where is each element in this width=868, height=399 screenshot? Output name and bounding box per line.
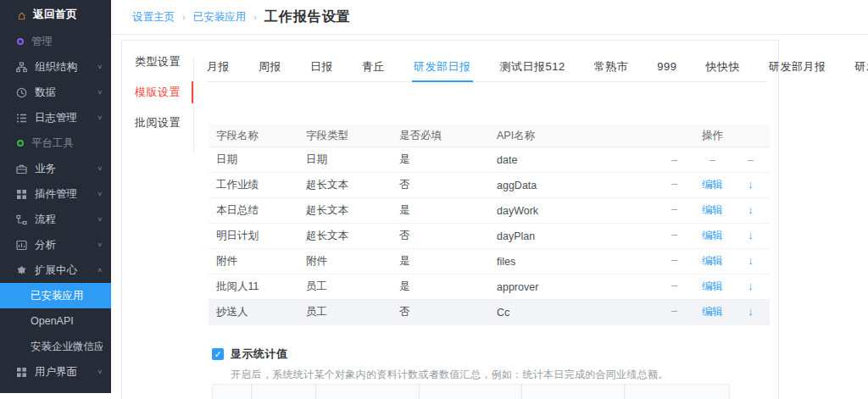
table-row: 本日总结 超长文本 是 dayWork – 编辑 ↓ <box>209 198 770 224</box>
green-ring-icon <box>17 140 24 147</box>
grid-icon <box>16 189 27 200</box>
sidebar-item-business[interactable]: 业务 ∨ <box>0 156 111 181</box>
col-api-name: API名称 <box>497 129 655 143</box>
flow-icon <box>16 214 27 225</box>
stats-section: ✓ 显示统计值 开启后，系统统计某个对象内的资料计数或者数值汇总，例如：统计本日… <box>212 346 669 382</box>
table-row: 附件 附件 是 files – 编辑 ↓ <box>209 249 770 274</box>
back-home-button[interactable]: ⌂ 返回首页 <box>0 0 111 29</box>
sidebar: ⌂ 返回首页 管理 组织结构 ∨ 数据 ∨ 日志管理 ∨ 平台工具 业务 <box>0 0 111 393</box>
briefcase-icon <box>16 163 27 175</box>
show-stats-checkbox[interactable]: ✓ <box>212 348 224 360</box>
subnav-item-type-settings[interactable]: 类型设置 <box>122 47 193 77</box>
move-down-icon[interactable]: ↓ <box>732 203 770 218</box>
dash-placeholder: – <box>655 280 693 294</box>
breadcrumb: 设置主页 › 已安装应用 › 工作报告设置 <box>111 0 868 35</box>
breadcrumb-separator-icon: › <box>182 12 186 22</box>
dash-placeholder: – <box>732 154 770 166</box>
chevron-down-icon: ∨ <box>97 241 103 248</box>
extension-icon <box>16 265 27 276</box>
show-stats-label: 显示统计值 <box>231 346 288 362</box>
table-row-highlighted: 抄送人 员工 否 Cc – 编辑 ↓ <box>209 300 770 325</box>
sidebar-item-data[interactable]: 数据 ∨ <box>0 80 111 105</box>
move-down-icon[interactable]: ↓ <box>732 280 770 294</box>
edit-button[interactable]: 编辑 <box>693 280 732 294</box>
edit-button[interactable]: 编辑 <box>693 203 732 218</box>
dash-placeholder: – <box>655 203 693 218</box>
home-icon: ⌂ <box>18 8 25 21</box>
table-row: 明日计划 超长文本 否 dayPlan – 编辑 ↓ <box>209 224 770 249</box>
purple-ring-icon <box>17 38 24 45</box>
move-down-icon[interactable]: ↓ <box>732 305 770 319</box>
edit-button[interactable]: 编辑 <box>693 229 732 243</box>
col-actions: 操作 <box>655 129 770 143</box>
sidebar-item-user-interface[interactable]: 用户界面 ∨ <box>0 359 111 385</box>
show-stats-description: 开启后，系统统计某个对象内的资料计数或者数值汇总，例如：统计本日完成的合同业绩总… <box>231 368 669 382</box>
sidebar-item-openapi[interactable]: OpenAPI <box>0 308 111 334</box>
move-down-icon[interactable]: ↓ <box>732 178 770 192</box>
tab-rd-daily-report[interactable]: 研发部日报 <box>414 52 471 81</box>
sidebar-item-workflow[interactable]: 流程 ∨ <box>0 207 111 232</box>
sidebar-item-plugin-manage[interactable]: 插件管理 ∨ <box>0 181 111 207</box>
tab-qingqiu[interactable]: 青丘 <box>362 52 385 81</box>
dash-placeholder: – <box>655 154 693 166</box>
list-icon <box>16 113 27 124</box>
sidebar-item-analysis[interactable]: 分析 ∨ <box>0 232 111 258</box>
col-field-name: 字段名称 <box>209 129 306 143</box>
table-header-row: 字段名称 字段类型 是否必填 API名称 操作 <box>209 125 770 147</box>
sidebar-section-platform-tools: 平台工具 <box>0 130 111 156</box>
tab-rd-weekly-report[interactable]: 研发部周报 <box>854 52 868 81</box>
sidebar-item-log-manage[interactable]: 日志管理 ∨ <box>0 105 111 130</box>
chevron-down-icon: ∨ <box>97 216 103 223</box>
col-required: 是否必填 <box>399 129 497 143</box>
tab-test-daily-512[interactable]: 测试日报512 <box>500 52 565 81</box>
settings-subnav: 类型设置 模版设置 批阅设置 <box>122 47 193 138</box>
back-home-label: 返回首页 <box>33 7 77 22</box>
chevron-down-icon: ∨ <box>97 191 103 197</box>
tab-changshu[interactable]: 常熟市 <box>594 52 629 81</box>
move-down-icon[interactable]: ↓ <box>732 229 770 243</box>
chart-icon <box>16 240 27 251</box>
stats-table-partial <box>212 384 730 399</box>
move-down-icon[interactable]: ↓ <box>732 254 770 269</box>
chevron-down-icon: ∨ <box>97 89 103 96</box>
chevron-up-icon: ∧ <box>97 267 103 274</box>
tab-weekly-report[interactable]: 周报 <box>259 52 281 81</box>
col-field-type: 字段类型 <box>306 129 399 143</box>
edit-button[interactable]: 编辑 <box>693 305 732 319</box>
table-row: 批阅人11 员工 是 approver – 编辑 ↓ <box>209 274 770 300</box>
breadcrumb-separator-icon: › <box>253 12 257 22</box>
chevron-down-icon: ∨ <box>97 64 103 70</box>
table-row: 日期 日期 是 date – – – <box>209 147 770 173</box>
edit-button[interactable]: 编辑 <box>693 254 732 269</box>
subnav-item-review-settings[interactable]: 批阅设置 <box>122 108 193 138</box>
chevron-down-icon: ∨ <box>97 165 103 172</box>
tab-rd-monthly-report[interactable]: 研发部月报 <box>769 52 826 81</box>
sidebar-item-install-wecom-app[interactable]: 安装企业微信应用 <box>0 334 111 359</box>
subnav-divider <box>193 58 194 152</box>
grid-icon <box>16 367 27 378</box>
edit-button[interactable]: 编辑 <box>693 178 732 192</box>
dash-placeholder: – <box>655 254 693 269</box>
table-row: 工作业绩 超长文本 否 aggData – 编辑 ↓ <box>209 173 770 198</box>
subnav-item-template-settings[interactable]: 模版设置 <box>122 77 193 108</box>
sidebar-item-org-structure[interactable]: 组织结构 ∨ <box>0 54 111 80</box>
dash-placeholder: – <box>693 154 732 166</box>
sidebar-item-extension-center[interactable]: 扩展中心 ∧ <box>0 258 111 283</box>
tab-999[interactable]: 999 <box>657 52 676 81</box>
tab-kuaikuaikuai[interactable]: 快快快 <box>705 52 740 81</box>
tab-monthly-report[interactable]: 月报 <box>207 52 230 81</box>
chevron-down-icon: ∨ <box>97 114 103 121</box>
field-table: 字段名称 字段类型 是否必填 API名称 操作 日期 日期 是 date – –… <box>209 125 770 325</box>
page-title: 工作报告设置 <box>264 8 351 26</box>
content-card: 类型设置 模版设置 批阅设置 月报 周报 日报 青丘 研发部日报 测试日报512… <box>121 40 779 399</box>
org-icon <box>16 62 27 73</box>
breadcrumb-link-installed-apps[interactable]: 已安装应用 <box>193 10 247 25</box>
sidebar-section-manage: 管理 <box>0 29 111 54</box>
clock-icon <box>16 87 27 98</box>
dash-placeholder: – <box>655 178 693 192</box>
sidebar-item-installed-apps[interactable]: 已安装应用 <box>0 283 111 308</box>
breadcrumb-link-settings-home[interactable]: 设置主页 <box>132 10 175 25</box>
dash-placeholder: – <box>655 229 693 243</box>
tab-daily-report[interactable]: 日报 <box>310 52 333 81</box>
dash-placeholder: – <box>655 305 693 319</box>
